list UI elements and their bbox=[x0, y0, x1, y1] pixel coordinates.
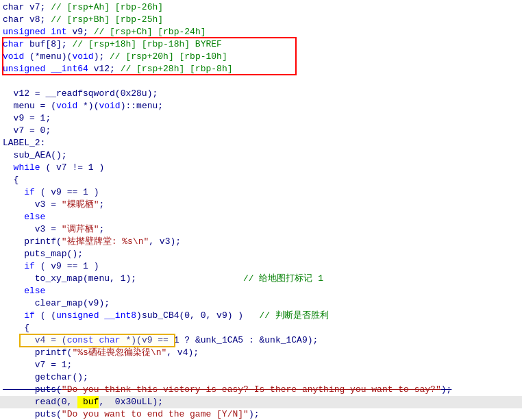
code-line-14: while ( v7 != 1 ) bbox=[0, 162, 522, 174]
code-line-5: void (*menu)(void); // [rsp+20h] [rbp-10… bbox=[0, 51, 522, 63]
code-line-3: unsigned int v9; // [rsp+Ch] [rbp-24h] bbox=[0, 26, 522, 38]
code-line-32: puts("Do you think this victory is easy?… bbox=[0, 384, 522, 396]
code-line-2: char v8; // [rsp+Bh] [rbp-25h] bbox=[0, 14, 522, 26]
code-line-29: printf("%s硒硅喪忽徧染徥\n", v4); bbox=[0, 347, 522, 359]
code-line-9: menu = (void *)(void)::menu; bbox=[0, 100, 522, 112]
code-line-11: v7 = 0; bbox=[0, 125, 522, 137]
code-line-25: clear_map(v9); bbox=[0, 297, 522, 310]
code-line-13: sub_AEA(); bbox=[0, 149, 522, 162]
code-view: char v7; // [rsp+Ah] [rbp-26h] char v8; … bbox=[0, 0, 522, 420]
code-line-15: { bbox=[0, 174, 522, 186]
code-line-33: read(0, buf, 0x30uLL); bbox=[0, 396, 522, 408]
code-line-23: to_xy_map(menu, 1); // 给地图打标记 1 bbox=[0, 273, 522, 285]
code-line-34: puts("Do you want to end the game [Y/N]"… bbox=[0, 408, 522, 420]
code-line-30: v7 = 1; bbox=[0, 359, 522, 371]
code-line-6: unsigned __int64 v12; // [rsp+28h] [rbp-… bbox=[0, 63, 522, 75]
code-line-12: LABEL_2: bbox=[0, 137, 522, 149]
code-line-31: getchar(); bbox=[0, 371, 522, 384]
code-line-24: else bbox=[0, 285, 522, 297]
code-line-19: v3 = "调芹栖"; bbox=[0, 223, 522, 236]
code-line-22: if ( v9 == 1 ) bbox=[0, 260, 522, 273]
code-line-28: v4 = (const char *)(v9 == 1 ? &unk_1CA5 … bbox=[0, 334, 522, 347]
code-line-20: printf("袏撵壁牌堂: %s\n", v3); bbox=[0, 236, 522, 248]
code-line-27: { bbox=[0, 322, 522, 334]
code-line-7 bbox=[0, 75, 522, 88]
code-line-1: char v7; // [rsp+Ah] [rbp-26h] bbox=[0, 1, 522, 14]
code-line-21: puts_map(); bbox=[0, 248, 522, 260]
code-line-18: else bbox=[0, 211, 522, 223]
code-line-8: v12 = __readfsqword(0x28u); bbox=[0, 88, 522, 100]
code-line-4: char buf[8]; // [rsp+18h] [rbp-18h] BYRE… bbox=[0, 38, 522, 51]
buf-highlight: buf bbox=[77, 396, 99, 408]
code-line-26: if ( (unsigned __int8)sub_CB4(0, 0, v9) … bbox=[0, 310, 522, 322]
code-line-10: v9 = 1; bbox=[0, 112, 522, 125]
code-line-17: v3 = "棵昵栖"; bbox=[0, 199, 522, 211]
code-line-16: if ( v9 == 1 ) bbox=[0, 186, 522, 199]
